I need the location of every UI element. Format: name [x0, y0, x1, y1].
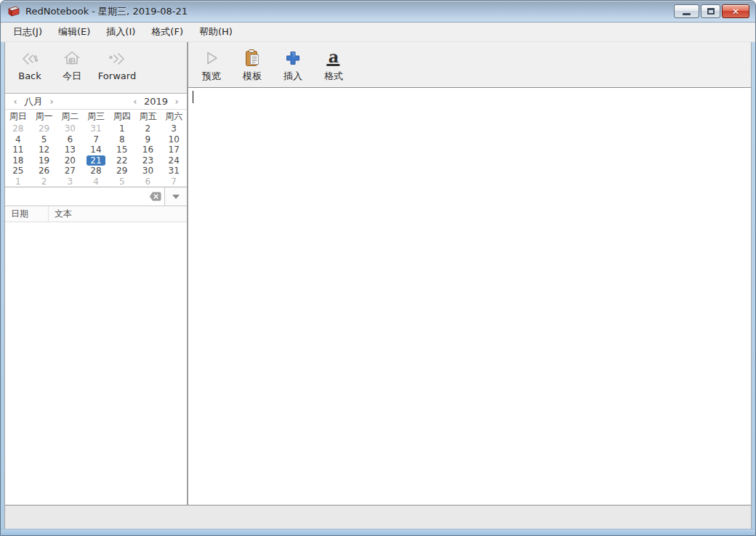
calendar-day[interactable]: 31 — [161, 166, 187, 176]
back-button[interactable]: Back — [9, 46, 50, 85]
clear-icon — [149, 192, 161, 201]
calendar-day[interactable]: 28 — [5, 123, 31, 134]
calendar-day[interactable]: 31 — [83, 123, 109, 134]
close-button[interactable]: ✕ — [722, 4, 749, 18]
calendar-day[interactable]: 29 — [31, 123, 57, 134]
preview-icon — [202, 49, 221, 68]
results-header: 日期文本 — [5, 206, 187, 222]
preview-label: 预览 — [202, 70, 221, 83]
menu-item-journal[interactable]: 日志(J) — [5, 23, 50, 41]
calendar-month-label: 八月 — [24, 95, 43, 108]
calendar-weekday-label: 周六 — [161, 110, 187, 123]
calendar-day[interactable]: 24 — [161, 155, 187, 166]
calendar-day-selected[interactable]: 21 — [87, 155, 105, 166]
today-home-icon — [63, 49, 81, 68]
toolbar-calendar-gap — [5, 87, 187, 93]
search-input[interactable] — [5, 187, 145, 206]
calendar-year-label: 2019 — [144, 96, 168, 107]
results-list[interactable] — [5, 222, 187, 505]
calendar-day[interactable]: 7 — [83, 134, 109, 145]
navigation-toolbar: Back 今日 — [5, 42, 187, 87]
insert-button[interactable]: 插入 — [274, 46, 312, 85]
menu-item-insert[interactable]: 插入(I) — [98, 23, 143, 41]
calendar-day[interactable]: 18 — [5, 155, 31, 166]
editor-toolbar: 预览 模板 — [188, 42, 751, 87]
calendar-day[interactable]: 11 — [5, 145, 31, 155]
calendar-day[interactable]: 15 — [109, 145, 135, 155]
window-title: RedNotebook - 星期三, 2019-08-21 — [25, 5, 188, 18]
template-button[interactable]: 模板 — [233, 46, 271, 85]
menu-item-edit[interactable]: 编辑(E) — [50, 23, 98, 41]
calendar-day[interactable]: 27 — [57, 166, 83, 176]
search-bar — [5, 187, 187, 206]
journal-editor[interactable] — [188, 87, 751, 505]
calendar-day[interactable]: 30 — [57, 123, 83, 134]
menu-item-help[interactable]: 帮助(H) — [191, 23, 241, 41]
calendar-day[interactable]: 3 — [57, 176, 83, 187]
calendar-day[interactable]: 8 — [109, 134, 135, 145]
calendar-day[interactable]: 4 — [5, 134, 31, 145]
calendar: ‹ 八月 › ‹ 2019 › 周日周一周二周三周四周五周六 282930311… — [5, 93, 187, 187]
calendar-day[interactable]: 1 — [5, 176, 31, 187]
calendar-day[interactable]: 6 — [135, 176, 161, 187]
back-label: Back — [18, 70, 41, 81]
results-column-text[interactable]: 文本 — [49, 206, 187, 222]
calendar-day[interactable]: 29 — [109, 166, 135, 176]
calendar-day[interactable]: 26 — [31, 166, 57, 176]
app-icon — [8, 6, 20, 17]
calendar-day[interactable]: 25 — [5, 166, 31, 176]
calendar-day[interactable]: 14 — [83, 145, 109, 155]
forward-icon — [108, 49, 126, 68]
calendar-day[interactable]: 5 — [31, 134, 57, 145]
calendar-day[interactable]: 30 — [135, 166, 161, 176]
maximize-button[interactable] — [701, 4, 720, 18]
calendar-day[interactable]: 19 — [31, 155, 57, 166]
calendar-day[interactable]: 17 — [161, 145, 187, 155]
calendar-day[interactable]: 2 — [31, 176, 57, 187]
calendar-day[interactable]: 7 — [161, 176, 187, 187]
calendar-day[interactable]: 16 — [135, 145, 161, 155]
calendar-day[interactable]: 13 — [57, 145, 83, 155]
calendar-day[interactable]: 12 — [31, 145, 57, 155]
calendar-day[interactable]: 6 — [57, 134, 83, 145]
text-cursor — [193, 91, 193, 103]
calendar-grid: 2829303112345678910111213141516171819202… — [5, 123, 187, 187]
prev-year-button[interactable]: ‹ — [129, 96, 141, 107]
format-icon: a — [324, 49, 343, 68]
calendar-day[interactable]: 1 — [109, 123, 135, 134]
window-bottom-frame — [1, 529, 755, 535]
preview-button[interactable]: 预览 — [193, 46, 230, 85]
calendar-day[interactable]: 3 — [161, 123, 187, 134]
template-icon — [243, 49, 262, 68]
calendar-day[interactable]: 5 — [109, 176, 135, 187]
today-button[interactable]: 今日 — [53, 46, 91, 85]
calendar-day[interactable]: 23 — [135, 155, 161, 166]
title-bar[interactable]: RedNotebook - 星期三, 2019-08-21 ✕ — [1, 1, 755, 23]
next-year-button[interactable]: › — [171, 96, 182, 107]
results-column-date[interactable]: 日期 — [5, 206, 49, 222]
menu-item-format[interactable]: 格式(F) — [143, 23, 191, 41]
minimize-button[interactable] — [674, 4, 699, 18]
prev-month-button[interactable]: ‹ — [9, 96, 21, 107]
calendar-day[interactable]: 4 — [83, 176, 109, 187]
calendar-day[interactable]: 22 — [109, 155, 135, 166]
next-month-button[interactable]: › — [46, 96, 57, 107]
calendar-weekday-label: 周三 — [83, 110, 109, 123]
calendar-day[interactable]: 28 — [83, 166, 109, 176]
calendar-weekday-label: 周一 — [31, 110, 57, 123]
calendar-weekday-label: 周五 — [135, 110, 161, 123]
search-dropdown-button[interactable] — [164, 187, 187, 206]
calendar-day[interactable]: 2 — [135, 123, 161, 134]
forward-label: Forward — [98, 70, 136, 81]
search-clear-button[interactable] — [145, 187, 164, 206]
calendar-day[interactable]: 20 — [57, 155, 83, 166]
today-label: 今日 — [63, 70, 81, 83]
close-icon: ✕ — [732, 7, 739, 16]
calendar-day[interactable]: 10 — [161, 134, 187, 145]
calendar-day[interactable]: 9 — [135, 134, 161, 145]
forward-button[interactable]: Forward — [94, 46, 140, 85]
format-button[interactable]: a 格式 — [315, 46, 353, 85]
format-label: 格式 — [324, 70, 343, 83]
status-bar — [4, 505, 752, 529]
app-window: RedNotebook - 星期三, 2019-08-21 ✕ 日志(J)编辑(… — [0, 0, 756, 536]
